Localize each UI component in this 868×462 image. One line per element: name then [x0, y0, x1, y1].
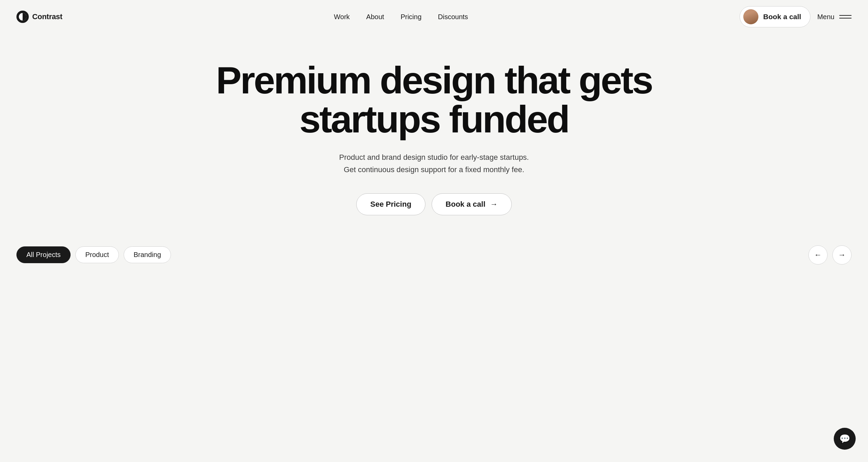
- nav-link-discounts[interactable]: Discounts: [438, 13, 468, 21]
- menu-label: Menu: [817, 13, 834, 21]
- filter-tab-branding[interactable]: Branding: [124, 246, 171, 263]
- filter-tabs: All Projects Product Branding: [16, 246, 171, 263]
- brand-name: Contrast: [32, 12, 62, 21]
- menu-toggle[interactable]: Menu: [817, 13, 852, 21]
- next-arrow-button[interactable]: →: [832, 245, 852, 265]
- nav-right-area: Book a call Menu: [740, 6, 852, 27]
- prev-arrow-button[interactable]: ←: [808, 245, 828, 265]
- navbar: Contrast Work About Pricing Discounts Bo…: [0, 0, 868, 34]
- hero-section: Premium design that gets startups funded…: [0, 34, 868, 236]
- book-call-label: Book a call: [763, 13, 801, 21]
- arrow-right-icon: →: [490, 200, 498, 209]
- nav-link-about[interactable]: About: [366, 13, 384, 21]
- hamburger-icon: [839, 15, 852, 18]
- carousel-navigation: ← →: [808, 245, 852, 265]
- logo-icon: [16, 11, 29, 23]
- nav-logo-area: Contrast: [16, 11, 62, 23]
- chat-button[interactable]: 💬: [834, 428, 856, 450]
- nav-link-pricing[interactable]: Pricing: [400, 13, 421, 21]
- hero-cta-buttons: See Pricing Book a call →: [356, 193, 512, 215]
- filter-tab-all-projects[interactable]: All Projects: [16, 246, 71, 263]
- see-pricing-button[interactable]: See Pricing: [356, 193, 425, 215]
- chat-icon: 💬: [839, 434, 850, 444]
- hero-subtitle: Product and brand design studio for earl…: [339, 151, 529, 175]
- hero-book-call-button[interactable]: Book a call →: [432, 193, 512, 215]
- nav-link-work[interactable]: Work: [334, 13, 350, 21]
- avatar: [743, 9, 758, 24]
- hero-title: Premium design that gets startups funded: [216, 61, 652, 139]
- nav-links: Work About Pricing Discounts: [334, 13, 468, 21]
- filters-bar: All Projects Product Branding ← →: [0, 236, 868, 273]
- filter-tab-product[interactable]: Product: [75, 246, 119, 263]
- book-call-button[interactable]: Book a call: [740, 6, 810, 27]
